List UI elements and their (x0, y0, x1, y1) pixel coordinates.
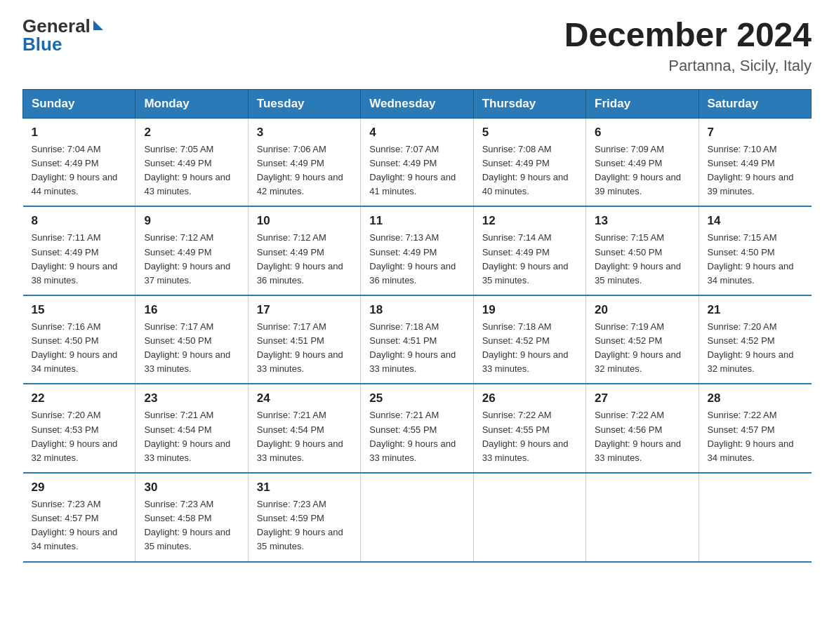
day-info: Sunrise: 7:22 AMSunset: 4:57 PMDaylight:… (708, 410, 794, 462)
week-row-1: 1 Sunrise: 7:04 AMSunset: 4:49 PMDayligh… (23, 118, 812, 206)
weekday-header-wednesday: Wednesday (361, 89, 473, 118)
calendar-cell: 8 Sunrise: 7:11 AMSunset: 4:49 PMDayligh… (23, 206, 135, 295)
calendar-cell: 6 Sunrise: 7:09 AMSunset: 4:49 PMDayligh… (586, 118, 699, 206)
day-number: 9 (144, 214, 239, 228)
day-info: Sunrise: 7:12 AMSunset: 4:49 PMDaylight:… (144, 232, 230, 285)
day-number: 28 (708, 391, 803, 405)
day-info: Sunrise: 7:09 AMSunset: 4:49 PMDaylight:… (595, 144, 681, 196)
calendar-cell: 27 Sunrise: 7:22 AMSunset: 4:56 PMDaylig… (586, 384, 699, 473)
day-number: 1 (32, 126, 127, 140)
day-number: 12 (482, 214, 577, 228)
logo-triangle-icon (93, 20, 103, 30)
calendar-cell: 7 Sunrise: 7:10 AMSunset: 4:49 PMDayligh… (699, 118, 811, 206)
weekday-header-monday: Monday (135, 89, 248, 118)
page-header: General Blue December 2024 Partanna, Sic… (22, 17, 812, 75)
day-number: 3 (257, 126, 352, 140)
weekday-header-tuesday: Tuesday (248, 89, 360, 118)
location-title: Partanna, Sicily, Italy (564, 57, 812, 75)
calendar-cell (586, 473, 699, 562)
calendar-cell: 31 Sunrise: 7:23 AMSunset: 4:59 PMDaylig… (248, 473, 360, 562)
day-number: 11 (369, 214, 464, 228)
day-info: Sunrise: 7:17 AMSunset: 4:51 PMDaylight:… (257, 321, 343, 374)
calendar-cell: 25 Sunrise: 7:21 AMSunset: 4:55 PMDaylig… (361, 384, 473, 473)
day-number: 16 (144, 303, 239, 317)
calendar-cell: 4 Sunrise: 7:07 AMSunset: 4:49 PMDayligh… (361, 118, 473, 206)
calendar-cell (361, 473, 473, 562)
day-info: Sunrise: 7:15 AMSunset: 4:50 PMDaylight:… (708, 232, 794, 285)
week-row-4: 22 Sunrise: 7:20 AMSunset: 4:53 PMDaylig… (23, 384, 812, 473)
day-info: Sunrise: 7:04 AMSunset: 4:49 PMDaylight:… (32, 144, 118, 196)
day-number: 18 (369, 303, 464, 317)
day-number: 22 (32, 391, 127, 405)
day-info: Sunrise: 7:18 AMSunset: 4:51 PMDaylight:… (369, 321, 456, 374)
week-row-3: 15 Sunrise: 7:16 AMSunset: 4:50 PMDaylig… (23, 295, 812, 384)
day-info: Sunrise: 7:21 AMSunset: 4:55 PMDaylight:… (369, 410, 456, 462)
day-info: Sunrise: 7:16 AMSunset: 4:50 PMDaylight:… (32, 321, 118, 374)
day-info: Sunrise: 7:21 AMSunset: 4:54 PMDaylight:… (144, 410, 230, 462)
calendar-cell: 9 Sunrise: 7:12 AMSunset: 4:49 PMDayligh… (135, 206, 248, 295)
calendar-cell: 5 Sunrise: 7:08 AMSunset: 4:49 PMDayligh… (473, 118, 585, 206)
calendar-cell: 30 Sunrise: 7:23 AMSunset: 4:58 PMDaylig… (135, 473, 248, 562)
month-title: December 2024 (564, 17, 812, 54)
day-number: 10 (257, 214, 352, 228)
calendar-cell: 28 Sunrise: 7:22 AMSunset: 4:57 PMDaylig… (699, 384, 811, 473)
logo-blue-text: Blue (22, 35, 62, 53)
day-info: Sunrise: 7:14 AMSunset: 4:49 PMDaylight:… (482, 232, 569, 285)
calendar-cell: 20 Sunrise: 7:19 AMSunset: 4:52 PMDaylig… (586, 295, 699, 384)
day-info: Sunrise: 7:06 AMSunset: 4:49 PMDaylight:… (257, 144, 343, 196)
day-info: Sunrise: 7:17 AMSunset: 4:50 PMDaylight:… (144, 321, 230, 374)
day-info: Sunrise: 7:23 AMSunset: 4:58 PMDaylight:… (144, 499, 230, 551)
day-info: Sunrise: 7:13 AMSunset: 4:49 PMDaylight:… (369, 232, 456, 285)
weekday-header-saturday: Saturday (699, 89, 811, 118)
day-number: 14 (708, 214, 803, 228)
calendar-cell: 23 Sunrise: 7:21 AMSunset: 4:54 PMDaylig… (135, 384, 248, 473)
calendar-cell: 29 Sunrise: 7:23 AMSunset: 4:57 PMDaylig… (23, 473, 135, 562)
calendar-cell: 3 Sunrise: 7:06 AMSunset: 4:49 PMDayligh… (248, 118, 360, 206)
day-number: 26 (482, 391, 577, 405)
day-info: Sunrise: 7:23 AMSunset: 4:59 PMDaylight:… (257, 499, 343, 551)
day-number: 7 (708, 126, 803, 140)
day-number: 25 (369, 391, 464, 405)
day-number: 5 (482, 126, 577, 140)
day-info: Sunrise: 7:20 AMSunset: 4:52 PMDaylight:… (708, 321, 794, 374)
day-number: 15 (32, 303, 127, 317)
day-number: 6 (595, 126, 689, 140)
calendar-cell: 17 Sunrise: 7:17 AMSunset: 4:51 PMDaylig… (248, 295, 360, 384)
week-row-2: 8 Sunrise: 7:11 AMSunset: 4:49 PMDayligh… (23, 206, 812, 295)
day-info: Sunrise: 7:10 AMSunset: 4:49 PMDaylight:… (708, 144, 794, 196)
day-info: Sunrise: 7:05 AMSunset: 4:49 PMDaylight:… (144, 144, 230, 196)
day-number: 29 (32, 481, 127, 495)
day-number: 31 (257, 481, 352, 495)
day-info: Sunrise: 7:19 AMSunset: 4:52 PMDaylight:… (595, 321, 681, 374)
logo: General Blue (22, 17, 103, 53)
calendar-cell: 15 Sunrise: 7:16 AMSunset: 4:50 PMDaylig… (23, 295, 135, 384)
calendar-cell: 14 Sunrise: 7:15 AMSunset: 4:50 PMDaylig… (699, 206, 811, 295)
day-number: 20 (595, 303, 689, 317)
calendar-cell: 13 Sunrise: 7:15 AMSunset: 4:50 PMDaylig… (586, 206, 699, 295)
day-number: 24 (257, 391, 352, 405)
week-row-5: 29 Sunrise: 7:23 AMSunset: 4:57 PMDaylig… (23, 473, 812, 562)
day-info: Sunrise: 7:07 AMSunset: 4:49 PMDaylight:… (369, 144, 456, 196)
day-info: Sunrise: 7:20 AMSunset: 4:53 PMDaylight:… (32, 410, 118, 462)
calendar-cell: 16 Sunrise: 7:17 AMSunset: 4:50 PMDaylig… (135, 295, 248, 384)
calendar-cell: 21 Sunrise: 7:20 AMSunset: 4:52 PMDaylig… (699, 295, 811, 384)
day-number: 8 (32, 214, 127, 228)
calendar-cell: 19 Sunrise: 7:18 AMSunset: 4:52 PMDaylig… (473, 295, 585, 384)
day-number: 13 (595, 214, 689, 228)
weekday-header-thursday: Thursday (473, 89, 585, 118)
calendar-cell: 26 Sunrise: 7:22 AMSunset: 4:55 PMDaylig… (473, 384, 585, 473)
calendar-cell (699, 473, 811, 562)
day-number: 2 (144, 126, 239, 140)
calendar-table: SundayMondayTuesdayWednesdayThursdayFrid… (22, 89, 812, 563)
calendar-cell (473, 473, 585, 562)
day-info: Sunrise: 7:23 AMSunset: 4:57 PMDaylight:… (32, 499, 118, 551)
day-number: 21 (708, 303, 803, 317)
day-number: 23 (144, 391, 239, 405)
day-info: Sunrise: 7:08 AMSunset: 4:49 PMDaylight:… (482, 144, 569, 196)
day-info: Sunrise: 7:12 AMSunset: 4:49 PMDaylight:… (257, 232, 343, 285)
calendar-cell: 1 Sunrise: 7:04 AMSunset: 4:49 PMDayligh… (23, 118, 135, 206)
day-info: Sunrise: 7:15 AMSunset: 4:50 PMDaylight:… (595, 232, 681, 285)
calendar-cell: 22 Sunrise: 7:20 AMSunset: 4:53 PMDaylig… (23, 384, 135, 473)
calendar-cell: 2 Sunrise: 7:05 AMSunset: 4:49 PMDayligh… (135, 118, 248, 206)
calendar-cell: 24 Sunrise: 7:21 AMSunset: 4:54 PMDaylig… (248, 384, 360, 473)
